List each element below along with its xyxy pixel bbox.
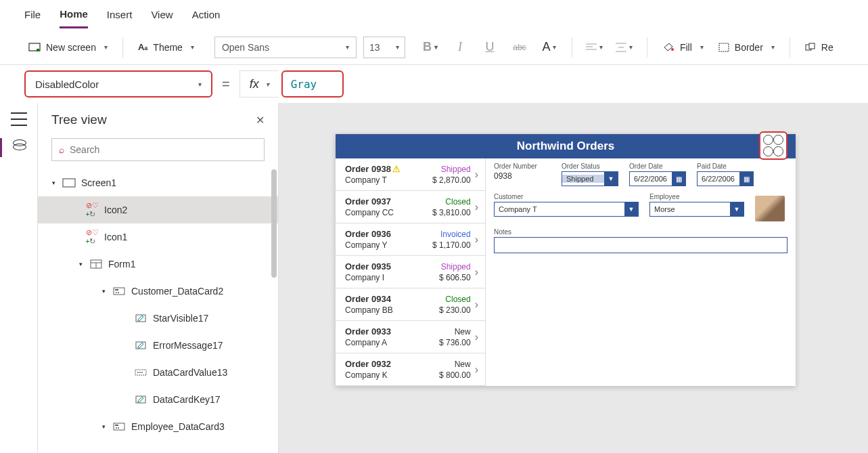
screen-icon (62, 177, 76, 188)
expand-caret[interactable]: ▾ (50, 179, 57, 186)
strike-button[interactable]: abc (508, 37, 531, 58)
fill-button[interactable]: Fill ▾ (658, 39, 708, 56)
pencil-icon (134, 340, 147, 351)
reorder-button[interactable]: Re (801, 39, 838, 56)
calendar-icon: ▦ (739, 172, 753, 186)
new-screen-button[interactable]: New screen ▾ (24, 39, 112, 56)
close-icon[interactable]: ✕ (256, 114, 265, 127)
tree-view-icon[interactable] (12, 138, 26, 152)
tree-item-label: DataCardKey17 (153, 394, 221, 405)
tree-item[interactable]: ⊘♡+↻Icon2 (38, 196, 278, 223)
order-status: Closed (425, 295, 471, 304)
font-select[interactable]: Open Sans ▾ (214, 37, 357, 58)
chevron-down-icon: ▾ (198, 81, 202, 88)
order-row[interactable]: Order 0936Company YInvoiced$ 1,170.00› (336, 223, 485, 256)
separator (790, 37, 790, 58)
order-status: Shipped (425, 262, 471, 272)
search-input[interactable] (70, 144, 257, 155)
tree-item-label: Icon2 (104, 204, 127, 215)
formula-input[interactable] (291, 78, 332, 91)
separator (647, 37, 647, 58)
chevron-right-icon: › (475, 169, 478, 181)
order-row[interactable]: Order 0933Company ANew$ 736.00› (336, 321, 485, 353)
order-amount: $ 230.00 (425, 305, 471, 315)
tree-item[interactable]: StarVisible17 (38, 305, 278, 332)
order-id: Order 0938 (345, 164, 391, 174)
tree-item[interactable]: ▾Screen1 (38, 169, 278, 196)
italic-button[interactable]: I (449, 37, 472, 58)
expand-caret[interactable]: ▾ (100, 288, 107, 295)
order-row[interactable]: Order 0935Company IShipped$ 606.50› (336, 256, 485, 288)
menu-view[interactable]: View (151, 2, 173, 27)
order-row[interactable]: Order 0934Company BBClosed$ 230.00› (336, 288, 485, 321)
svg-point-30 (118, 427, 119, 429)
bold-button[interactable]: B ▾ (419, 37, 442, 58)
order-status: Closed (425, 197, 471, 207)
order-id: Order 0932 (345, 359, 391, 369)
order-status-label: Order Status (562, 163, 618, 170)
chevron-down-icon: ▼ (730, 202, 744, 216)
order-list: Order 0938⚠Company TShipped$ 2,870.00›Or… (336, 158, 486, 386)
border-button[interactable]: Border ▾ (714, 39, 779, 56)
svg-rect-11 (809, 43, 815, 49)
hamburger-icon[interactable] (11, 112, 27, 126)
order-date-picker[interactable]: 6/22/2006 ▦ (629, 171, 686, 186)
menu-insert[interactable]: Insert (107, 2, 133, 27)
underline-button[interactable]: U (478, 37, 501, 58)
tree-item-label: ErrorMessage17 (153, 340, 223, 351)
employee-avatar (755, 196, 785, 221)
tree-item[interactable]: DataCardValue13 (38, 359, 278, 386)
expand-caret[interactable]: ▾ (100, 423, 107, 430)
menu-action[interactable]: Action (192, 2, 221, 27)
tree-item[interactable]: ErrorMessage17 (38, 332, 278, 359)
order-detail: Order Number 0938 Order Status Shipped ▼… (486, 158, 796, 386)
icon-icon: ⊘♡+↻ (85, 204, 99, 215)
order-amount: $ 2,870.00 (425, 175, 471, 185)
tree-item[interactable]: ▾Employee_DataCard3 (38, 413, 278, 440)
order-id: Order 0935 (345, 261, 391, 272)
order-row[interactable]: Order 0932Company KNew$ 800.00› (336, 353, 485, 386)
tree-view-panel: Tree view ✕ ⌕ ▾Screen1⊘♡+↻Icon2⊘♡+↻Icon1… (38, 103, 279, 453)
app-title: Northwind Orders (336, 134, 796, 158)
chevron-right-icon: › (475, 364, 478, 376)
theme-button[interactable]: Aa Theme ▾ (134, 39, 198, 56)
separator (122, 37, 123, 58)
card-icon (112, 421, 126, 432)
customer-dropdown[interactable]: Company T ▼ (494, 202, 639, 217)
order-amount: $ 1,170.00 (425, 240, 471, 250)
valign-button[interactable]: ▾ (613, 37, 636, 58)
fx-button[interactable]: fx ▾ (239, 70, 279, 98)
tree-item[interactable]: ⊘♡+↻Icon1 (38, 223, 278, 251)
order-status: Invoiced (425, 230, 471, 239)
tree-item-label: Customer_DataCard2 (131, 286, 223, 297)
paid-date-picker[interactable]: 6/22/2006 ▦ (697, 171, 754, 186)
form-icon (89, 259, 103, 269)
search-box[interactable]: ⌕ (51, 138, 265, 161)
font-size-select[interactable]: 13 ▾ (363, 37, 405, 58)
tree-item[interactable]: ▾Form1 (38, 251, 278, 278)
align-button[interactable]: ▾ (583, 37, 606, 58)
active-indicator (0, 138, 2, 157)
employee-dropdown[interactable]: Morse ▼ (649, 202, 744, 217)
order-status-dropdown[interactable]: Shipped ▼ (562, 171, 618, 186)
expand-caret[interactable]: ▾ (77, 261, 84, 267)
svg-point-29 (116, 427, 117, 429)
sync-icon-selected[interactable] (759, 131, 787, 160)
svg-point-24 (139, 372, 141, 373)
notes-label: Notes (494, 228, 787, 236)
font-color-button[interactable]: A▾ (538, 37, 561, 58)
property-bar: DisabledColor ▾ = fx ▾ (0, 65, 868, 103)
property-select[interactable]: DisabledColor ▾ (24, 70, 212, 98)
tree-item[interactable]: DataCardKey17 (38, 386, 278, 413)
customer-label: Customer (494, 193, 639, 200)
notes-input[interactable] (494, 237, 787, 253)
tree-item[interactable]: ▾Customer_DataCard2 (38, 278, 278, 305)
order-amount: $ 606.50 (425, 273, 471, 282)
menu-file[interactable]: File (24, 2, 41, 27)
equals-sign: = (222, 77, 230, 92)
menu-home[interactable]: Home (60, 1, 88, 28)
order-date-label: Order Date (629, 163, 686, 170)
scrollbar[interactable] (271, 169, 277, 278)
order-row[interactable]: Order 0938⚠Company TShipped$ 2,870.00› (336, 158, 485, 191)
order-row[interactable]: Order 0937Company CCClosed$ 3,810.00› (336, 191, 485, 223)
